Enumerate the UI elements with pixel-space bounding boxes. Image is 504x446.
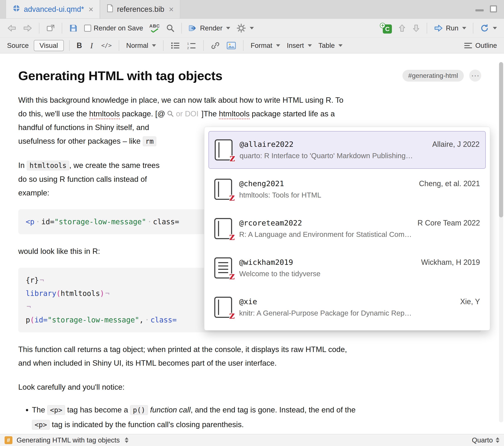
text-run: package started life as a (250, 110, 335, 118)
chevron-down-icon[interactable] (226, 27, 230, 29)
zotero-badge-icon: z (229, 231, 235, 241)
citation-author: Xie, Y (460, 297, 480, 306)
format-menu[interactable]: Format (249, 40, 282, 51)
insert-chunk-button[interactable]: +C (378, 21, 394, 35)
code-arg: htmltools (61, 289, 100, 298)
citation-item-wickham2019[interactable]: z @wickham2019 Wickham, H 2019 Welcome t… (204, 248, 490, 288)
code-attr: id= (41, 218, 54, 226)
citation-item-allaire2022[interactable]: z @allaire2022 Allaire, J 2022 quarto: R… (209, 131, 486, 169)
run-previous-button[interactable] (396, 23, 408, 34)
text-run: In (18, 161, 27, 170)
citation-key: @allaire2022 (240, 140, 293, 148)
gear-icon (236, 23, 246, 33)
code-icon: </> (101, 42, 112, 49)
numbered-list-button[interactable]: 12 (185, 40, 198, 51)
chevron-down-icon[interactable] (462, 27, 466, 29)
back-button[interactable] (5, 23, 18, 34)
more-options-button[interactable]: ⋯ (469, 69, 481, 82)
minimize-icon[interactable] (475, 9, 484, 11)
zotero-badge-icon: z (229, 192, 235, 202)
numbered-list-icon: 12 (187, 41, 196, 50)
tab-references-bib[interactable]: references.bib × (100, 0, 180, 18)
chevron-down-icon[interactable] (338, 44, 342, 47)
citation-item-xie[interactable]: z @xie Xie, Y knitr: A General-Purpose P… (204, 288, 490, 327)
visual-mode-button[interactable]: Visual (34, 40, 64, 51)
bold-button[interactable]: B (75, 40, 84, 51)
text-run: and when included in Shiny UI, its HTML … (18, 359, 277, 367)
citation-open-bracket: [@ (155, 110, 165, 118)
chevron-down-icon[interactable] (493, 27, 497, 29)
text-run: handful of functions in Shiny itself, an… (18, 123, 149, 132)
code-attr: class= (153, 218, 179, 226)
insert-link-button[interactable] (209, 40, 221, 51)
rerun-icon (480, 24, 489, 33)
current-section-label[interactable]: Generating HTML with tag objects (17, 436, 120, 444)
open-in-new-window-button[interactable] (44, 23, 57, 34)
section-selector-icon[interactable] (125, 437, 128, 443)
save-button[interactable] (67, 22, 80, 34)
mode-selector-icon[interactable] (496, 437, 500, 443)
arrow-down-icon (412, 24, 420, 33)
citation-item-body: @cheng2021 Cheng, et al. 2021 htmltools:… (239, 179, 480, 199)
find-button[interactable] (164, 23, 176, 34)
run-button[interactable]: Run (432, 23, 468, 34)
citation-key: @wickham2019 (239, 258, 293, 266)
citation-item-cheng2021[interactable]: z @cheng2021 Cheng, et al. 2021 htmltool… (204, 170, 490, 209)
citation-item-rcoreteam2022[interactable]: z @rcoreteam2022 R Core Team 2022 R: A L… (204, 209, 490, 248)
italic-button[interactable]: I (87, 40, 96, 51)
render-button[interactable]: Render (187, 22, 232, 34)
chevron-down-icon[interactable] (152, 44, 156, 47)
text-run: do so using R function calls instead of (18, 175, 147, 184)
render-settings-button[interactable] (235, 22, 255, 34)
vertical-scrollbar-thumb[interactable] (499, 62, 503, 217)
zotero-badge-icon: z (230, 153, 235, 163)
citation-item-body: @xie Xie, Y knitr: A General-Purpose Pac… (239, 297, 480, 317)
close-tab-icon[interactable]: × (169, 5, 174, 14)
toolbar-separator (62, 23, 62, 34)
maximize-icon[interactable] (490, 5, 497, 12)
editor-status-bar: # Generating HTML with tag objects Quart… (0, 434, 504, 446)
citation-item-body: @allaire2022 Allaire, J 2022 quarto: R I… (240, 140, 480, 160)
render-on-save-toggle[interactable]: Render on Save (83, 23, 145, 33)
image-icon (227, 41, 236, 50)
window-controls (475, 5, 497, 12)
toolbar-separator (243, 40, 244, 51)
source-mode-button[interactable]: Source (5, 40, 31, 51)
code-function: p (26, 316, 30, 324)
render-label: Render (200, 24, 222, 32)
zotero-badge-icon: z (229, 271, 235, 281)
code-button[interactable]: </> (100, 41, 114, 50)
citation-autocomplete-popup: z @allaire2022 Allaire, J 2022 quarto: R… (204, 127, 490, 330)
chevron-down-icon[interactable] (308, 44, 312, 47)
bullet-list-button[interactable] (169, 40, 182, 51)
inline-code: htmltools (27, 161, 69, 171)
citation-title: Welcome to the tidyverse (239, 270, 480, 278)
tab-advanced-ui-qmd[interactable]: advanced-ui.qmd* × (6, 0, 100, 18)
code-comma: , (139, 316, 144, 324)
toolbar-separator (203, 40, 204, 51)
insert-image-button[interactable] (225, 40, 238, 51)
source-document-button[interactable] (478, 22, 499, 34)
document-mode-label[interactable]: Quarto (472, 436, 493, 444)
chevron-down-icon[interactable] (276, 44, 280, 47)
paragraph-style-dropdown[interactable]: Normal (125, 40, 158, 51)
table-menu[interactable]: Table (317, 40, 344, 51)
forward-button[interactable] (21, 23, 34, 34)
zotero-badge-icon: z (229, 310, 235, 320)
citation-item-body: @rcoreteam2022 R Core Team 2022 R: A Lan… (239, 219, 480, 239)
citation-key: @rcoreteam2022 (239, 219, 302, 227)
close-tab-icon[interactable]: × (89, 5, 93, 14)
misspelled-word: htmltools (89, 110, 120, 118)
render-on-save-checkbox[interactable] (84, 25, 91, 32)
outline-toggle-button[interactable]: Outline (462, 40, 499, 51)
code-arg: id= (35, 316, 47, 324)
code-paren: ( (56, 289, 61, 298)
citation-inline-widget[interactable]: [@or DOI] (155, 110, 203, 118)
spellcheck-button[interactable]: ABC (148, 23, 162, 34)
chevron-down-icon[interactable] (250, 27, 254, 29)
code-tag: <p (26, 218, 35, 226)
insert-menu[interactable]: Insert (285, 40, 314, 51)
run-next-button[interactable] (411, 23, 422, 34)
forward-arrow-icon (24, 25, 31, 31)
citation-author: Wickham, H 2019 (421, 258, 480, 267)
